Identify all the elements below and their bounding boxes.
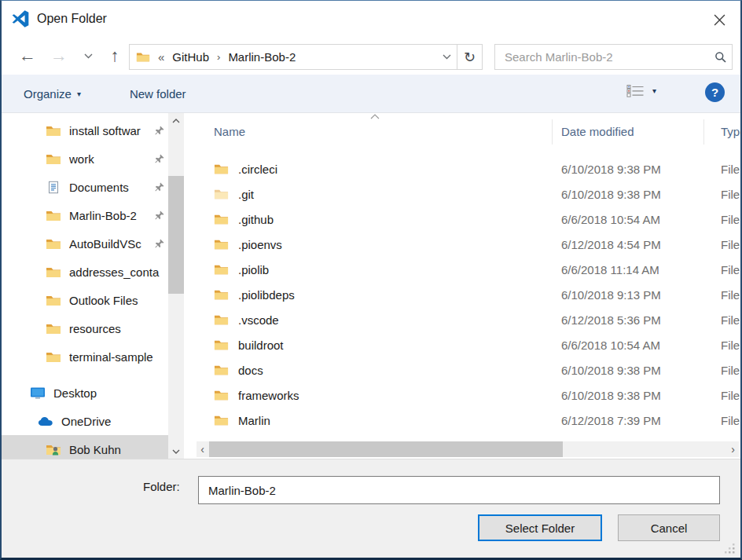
sidebar-item-documents[interactable]: Documents	[2, 173, 168, 201]
forward-button[interactable]: →	[46, 37, 72, 75]
details-view-icon	[626, 84, 645, 97]
folder-icon	[214, 213, 229, 225]
scroll-left-button[interactable]: ‹	[197, 441, 208, 457]
help-button[interactable]: ?	[705, 82, 725, 102]
up-button[interactable]: ↑	[102, 37, 127, 75]
resize-grip[interactable]	[724, 543, 736, 555]
history-dropdown-button[interactable]	[79, 37, 97, 75]
sidebar-item-label: AutoBuildVSc	[69, 237, 152, 251]
search-icon	[710, 51, 732, 64]
main-area: install softwar work Documents Marlin-Bo…	[2, 113, 740, 459]
horizontal-scrollbar-thumb[interactable]	[209, 441, 563, 457]
file-rows: .circleci 6/10/2018 9:38 PM File .git 6/…	[197, 150, 740, 433]
cancel-button[interactable]: Cancel	[618, 514, 720, 541]
file-type: File	[721, 389, 740, 402]
file-date: 6/6/2018 11:14 AM	[561, 263, 721, 276]
cancel-label: Cancel	[651, 522, 688, 535]
chevron-down-icon	[84, 53, 93, 59]
file-row-frameworks[interactable]: frameworks 6/10/2018 9:38 PM File	[197, 382, 740, 408]
file-name: buildroot	[238, 339, 284, 352]
file-name: .circleci	[238, 163, 277, 176]
folder-icon	[214, 238, 229, 251]
folder-name-input[interactable]	[198, 476, 720, 504]
sidebar-item-label: addresses_conta	[69, 265, 168, 279]
dialog-footer: Folder: Select Folder Cancel	[2, 459, 740, 558]
address-dropdown-button[interactable]	[436, 45, 457, 69]
select-folder-label: Select Folder	[505, 522, 575, 535]
file-type: File	[721, 163, 740, 176]
sidebar-item-resources[interactable]: resources	[2, 314, 168, 342]
column-header-type[interactable]: Type	[721, 125, 740, 138]
file-date: 6/12/2018 4:54 PM	[561, 238, 721, 251]
close-icon	[714, 14, 725, 26]
help-icon: ?	[711, 86, 718, 99]
breadcrumb-item-marlin-bob-2[interactable]: Marlin-Bob-2	[228, 50, 296, 64]
folder-icon	[214, 188, 229, 200]
close-button[interactable]	[711, 11, 728, 28]
sidebar-item-marlin-bob-2[interactable]: Marlin-Bob-2	[2, 201, 168, 229]
file-name: .piolib	[238, 263, 269, 276]
folder-icon	[46, 237, 61, 251]
file-row-pioenvs[interactable]: .pioenvs 6/12/2018 4:54 PM File	[197, 232, 740, 257]
address-bar[interactable]: « GitHub › Marlin-Bob-2	[129, 44, 457, 70]
file-date: 6/10/2018 9:38 PM	[561, 389, 721, 402]
desktop-icon	[30, 386, 46, 400]
file-row-piolib[interactable]: .piolib 6/6/2018 11:14 AM File	[197, 257, 740, 282]
pin-icon	[154, 153, 165, 164]
pin-icon	[154, 181, 165, 192]
sidebar-item-outlook-files[interactable]: Outlook Files	[2, 286, 168, 314]
sidebar-item-install-software[interactable]: install softwar	[2, 116, 168, 145]
column-header-name[interactable]: Name	[197, 125, 561, 138]
sidebar-item-terminal-sample[interactable]: terminal-sample	[2, 342, 168, 371]
file-row-vscode[interactable]: .vscode 6/12/2018 5:36 PM File	[197, 307, 740, 332]
chevron-down-icon	[443, 54, 451, 60]
file-date: 6/10/2018 9:38 PM	[561, 364, 721, 377]
folder-icon	[46, 124, 61, 137]
file-row-github[interactable]: .github 6/6/2018 10:54 AM File	[197, 207, 740, 232]
view-mode-button[interactable]: ▾	[626, 84, 656, 97]
file-name: frameworks	[238, 389, 299, 402]
pin-icon	[154, 125, 165, 136]
sidebar-item-autobuildvsc[interactable]: AutoBuildVSc	[2, 229, 168, 258]
pin-icon	[154, 210, 165, 221]
file-row-buildroot[interactable]: buildroot 6/6/2018 10:54 AM File	[197, 332, 740, 357]
file-type: File	[721, 263, 740, 276]
organize-button[interactable]: Organize ▾	[24, 87, 81, 101]
file-type: File	[721, 339, 740, 352]
file-name: Marlin	[238, 414, 270, 427]
back-button[interactable]: ←	[14, 37, 41, 75]
folder-icon	[46, 152, 61, 166]
sidebar-scrollbar-thumb[interactable]	[168, 176, 184, 294]
file-row-docs[interactable]: docs 6/10/2018 9:38 PM File	[197, 357, 740, 382]
column-divider[interactable]	[552, 119, 553, 145]
column-header-date-modified[interactable]: Date modified	[561, 125, 721, 138]
sidebar-item-onedrive[interactable]: OneDrive	[2, 407, 168, 435]
folder-icon	[214, 288, 229, 301]
scroll-up-button[interactable]	[168, 113, 184, 128]
sidebar-item-work[interactable]: work	[2, 145, 168, 173]
sidebar-item-bob-kuhn[interactable]: Bob Kuhn	[2, 435, 168, 459]
new-folder-button[interactable]: New folder	[130, 87, 186, 101]
column-divider[interactable]	[703, 119, 704, 145]
file-row-piolibdeps[interactable]: .piolibdeps 6/10/2018 9:13 PM File	[197, 282, 740, 307]
file-type: File	[721, 238, 740, 251]
breadcrumb-item-github[interactable]: GitHub	[172, 50, 209, 64]
breadcrumb-overflow-chevron[interactable]: «	[158, 50, 164, 64]
sidebar-item-label: OneDrive	[61, 415, 168, 428]
file-name: .piolibdeps	[238, 288, 295, 302]
caret-down-icon: ▾	[652, 86, 656, 95]
sort-ascending-icon	[370, 114, 380, 119]
file-row-git[interactable]: .git 6/10/2018 9:38 PM File	[197, 181, 740, 207]
file-row-circleci[interactable]: .circleci 6/10/2018 9:38 PM File	[197, 156, 740, 181]
select-folder-button[interactable]: Select Folder	[478, 514, 602, 541]
refresh-button[interactable]: ↻	[457, 44, 483, 70]
sidebar-item-addresses-contacts[interactable]: addresses_conta	[2, 258, 168, 286]
sidebar-item-desktop[interactable]: Desktop	[2, 379, 168, 407]
scroll-down-button[interactable]	[168, 444, 184, 459]
scroll-right-button[interactable]: ›	[727, 441, 739, 457]
user-folder-icon	[46, 443, 61, 456]
file-row-marlin[interactable]: Marlin 6/12/2018 7:39 PM File	[197, 408, 740, 433]
folder-icon	[214, 339, 229, 351]
search-input[interactable]	[503, 49, 710, 64]
folder-label: Folder:	[143, 480, 180, 493]
